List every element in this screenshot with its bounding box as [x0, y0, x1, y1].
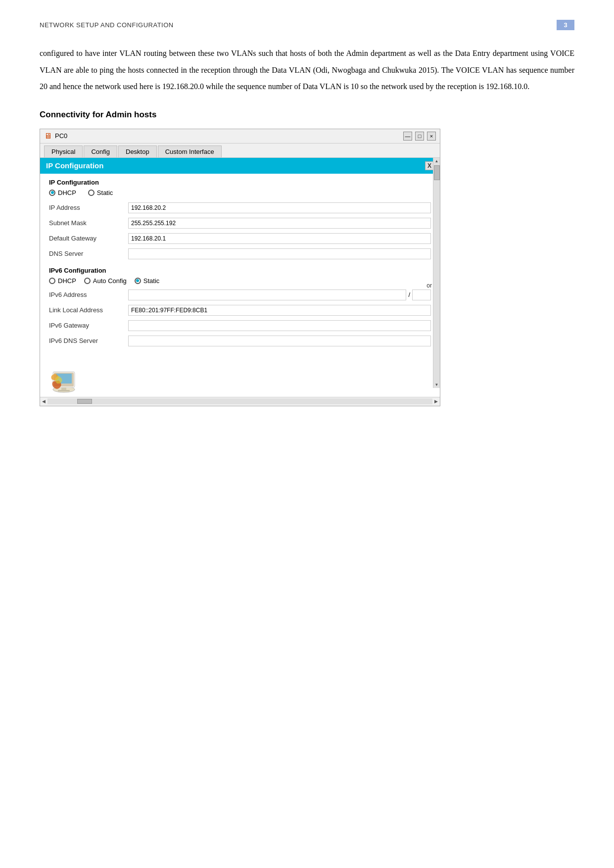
subnet-mask-input[interactable]	[128, 218, 431, 229]
close-window-button[interactable]: ×	[427, 132, 436, 141]
dns-server-label: DNS Server	[49, 250, 128, 257]
ipv6-dns-server-row: IPv6 DNS Server	[49, 335, 431, 347]
h-scroll-thumb[interactable]	[77, 399, 92, 404]
tab-custom-interface[interactable]: Custom Interface	[158, 145, 222, 157]
ip-mode-radio-row: DHCP Static	[49, 189, 431, 196]
page-header: NETWORK SETUP AND CONFIGURATION 3	[40, 20, 574, 30]
ipv6-prefix-input[interactable]	[412, 289, 431, 300]
ipv6-dns-server-input[interactable]	[128, 336, 431, 346]
maximize-button[interactable]: □	[415, 132, 424, 141]
ipv6-dns-server-label: IPv6 DNS Server	[49, 337, 128, 344]
svg-rect-4	[61, 387, 66, 390]
titlebar-left: 🖥 PC0	[44, 132, 67, 141]
ipv6-static-radio[interactable]: Static	[135, 277, 160, 285]
static-radio-circle[interactable]	[88, 190, 94, 196]
scroll-thumb[interactable]	[434, 165, 440, 180]
or-text: or	[426, 282, 432, 289]
pc-icon-area	[40, 362, 440, 397]
scroll-track	[434, 164, 440, 382]
static-radio[interactable]: Static	[88, 189, 113, 196]
ipv6-config-sublabel: IPv6 Configuration	[49, 267, 431, 274]
ip-address-label: IP Address	[49, 204, 128, 211]
svg-rect-5	[58, 390, 70, 391]
ipv6-address-input[interactable]	[128, 289, 406, 300]
document-title: NETWORK SETUP AND CONFIGURATION	[40, 21, 174, 29]
ipv6-mode-radio-row: DHCP Auto Config Static	[49, 277, 431, 285]
window-title: PC0	[55, 132, 67, 140]
link-local-address-label: Link Local Address	[49, 306, 128, 314]
pc-illustration	[49, 366, 79, 393]
ipv6-autoconfig-label: Auto Config	[93, 277, 127, 285]
default-gateway-input[interactable]	[128, 233, 431, 244]
ipv6-dhcp-radio-circle[interactable]	[49, 278, 55, 284]
ipv6-gateway-row: IPv6 Gateway	[49, 319, 431, 332]
ipv6-autoconfig-radio-circle[interactable]	[84, 278, 91, 284]
body-paragraph: configured to have inter VLAN routing be…	[40, 45, 574, 95]
window-controls: — □ ×	[403, 132, 436, 141]
dhcp-radio-circle[interactable]	[49, 190, 55, 196]
pc0-window: 🖥 PC0 — □ × Physical Config Desktop Cust…	[40, 129, 440, 406]
scroll-left-arrow[interactable]: ◀	[42, 399, 46, 404]
ipv6-static-radio-circle[interactable]	[135, 278, 141, 284]
ipv6-gateway-label: IPv6 Gateway	[49, 322, 128, 329]
ipv6-static-label: Static	[143, 277, 160, 285]
link-local-address-row: Link Local Address	[49, 304, 431, 317]
scroll-right-arrow[interactable]: ▶	[434, 399, 438, 404]
minimize-button[interactable]: —	[403, 132, 412, 141]
h-scrollbar[interactable]	[47, 398, 432, 404]
slash-divider: /	[406, 291, 412, 298]
dhcp-radio[interactable]: DHCP	[49, 189, 76, 196]
subnet-mask-label: Subnet Mask	[49, 219, 128, 227]
divider	[49, 263, 431, 267]
ipv6-dhcp-radio[interactable]: DHCP	[49, 277, 76, 285]
tab-desktop[interactable]: Desktop	[118, 145, 157, 157]
spacer	[49, 350, 431, 357]
ip-address-row: IP Address	[49, 201, 431, 214]
ipv6-address-row: IPv6 Address /	[49, 289, 431, 301]
subnet-mask-row: Subnet Mask	[49, 217, 431, 230]
default-gateway-label: Default Gateway	[49, 235, 128, 242]
ipv6-dhcp-label: DHCP	[58, 277, 76, 285]
vertical-scrollbar[interactable]: ▲ ▼	[433, 158, 440, 388]
link-local-address-input[interactable]	[128, 305, 431, 316]
window-body: IP Configuration X IP Configuration DHCP…	[40, 158, 440, 397]
dhcp-label: DHCP	[58, 189, 76, 196]
static-label: Static	[97, 189, 113, 196]
tab-bar: Physical Config Desktop Custom Interface	[40, 144, 440, 158]
window-bottom-bar: ◀ ▶	[40, 397, 440, 406]
ipv6-autoconfig-radio[interactable]: Auto Config	[84, 277, 127, 285]
ip-config-sublabel: IP Configuration	[49, 179, 431, 186]
ipv6-address-label: IPv6 Address	[49, 291, 128, 298]
tab-config[interactable]: Config	[84, 145, 117, 157]
scroll-down-arrow[interactable]: ▼	[434, 382, 440, 388]
ip-configuration-section: IP Configuration DHCP Static IP Address	[40, 174, 440, 362]
section-heading: Connectivity for Admin hosts	[40, 110, 574, 120]
dns-server-row: DNS Server	[49, 247, 431, 260]
ip-config-title: IP Configuration	[46, 161, 103, 170]
dns-server-input[interactable]	[128, 248, 431, 259]
default-gateway-row: Default Gateway	[49, 232, 431, 245]
tab-physical[interactable]: Physical	[44, 145, 83, 157]
pc-icon: 🖥	[44, 132, 52, 141]
scroll-up-arrow[interactable]: ▲	[434, 158, 440, 164]
window-titlebar: 🖥 PC0 — □ ×	[40, 129, 440, 144]
ipv6-gateway-input[interactable]	[128, 320, 431, 331]
ip-config-header: IP Configuration X	[40, 158, 440, 174]
page-number: 3	[557, 20, 574, 30]
ip-address-input[interactable]	[128, 202, 431, 213]
